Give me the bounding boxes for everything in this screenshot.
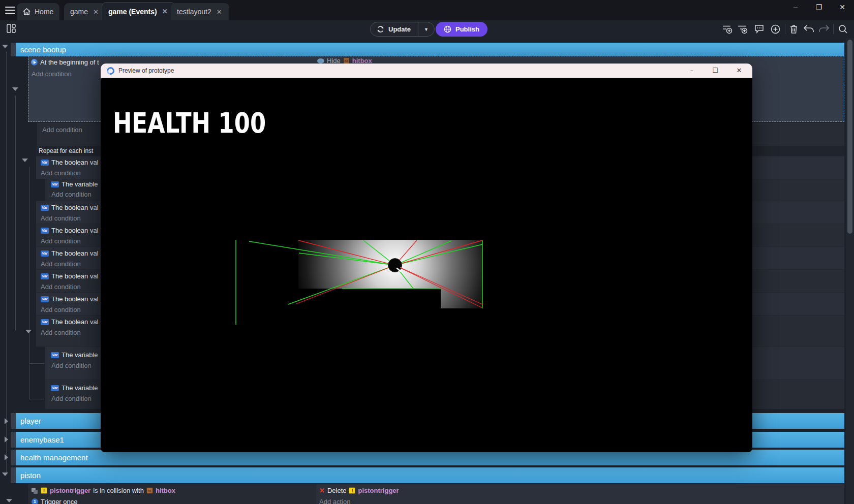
editor-toolbar: Update ▼ Publish <box>0 20 854 38</box>
collapse-arrow-icon[interactable] <box>22 159 28 162</box>
expand-arrow-icon[interactable] <box>5 418 8 424</box>
object-icon-hitbox: hit <box>146 487 153 494</box>
group-drag-handle[interactable] <box>11 467 16 483</box>
publish-label: Publish <box>455 25 479 33</box>
condition-text: The variable <box>62 180 98 188</box>
update-button[interactable]: Update ▼ <box>370 22 435 37</box>
tab-label: Home <box>35 8 53 16</box>
hamburger-menu-icon[interactable] <box>5 7 15 14</box>
game-scene-render <box>101 78 752 452</box>
collapse-arrow-icon[interactable] <box>2 45 8 48</box>
expand-arrow-icon[interactable] <box>5 454 8 460</box>
add-condition-link[interactable]: Add condition <box>41 306 81 313</box>
collapse-arrow-icon[interactable] <box>6 499 12 502</box>
preview-title-bar[interactable]: Preview of prototype – ☐ ✕ <box>101 64 752 78</box>
redo-icon[interactable] <box>818 24 829 34</box>
var-icon: Var <box>41 319 49 325</box>
scrollbar-thumb[interactable] <box>847 40 852 234</box>
add-circle-icon[interactable] <box>771 24 781 34</box>
add-subevent-icon[interactable] <box>738 24 748 34</box>
home-icon <box>23 8 30 15</box>
condition-text: The boolean val <box>51 295 99 303</box>
close-icon[interactable]: ✕ <box>92 8 100 16</box>
add-condition-link[interactable]: Add condition <box>51 362 92 369</box>
add-condition-link[interactable]: Add condition <box>41 260 81 268</box>
group-drag-handle[interactable] <box>11 43 16 56</box>
repeat-label: Repeat for each inst <box>39 147 93 154</box>
tab-label: testlayout2 <box>177 8 211 16</box>
group-drag-handle[interactable] <box>11 432 16 448</box>
action-verb: Delete <box>327 487 347 494</box>
tab-label: game (Events) <box>108 8 157 16</box>
preview-minimize-icon[interactable]: – <box>686 66 697 76</box>
add-condition-link[interactable]: Add condition <box>41 329 81 336</box>
add-condition-link[interactable]: Add condition <box>41 169 81 177</box>
add-condition-link[interactable]: Add condition <box>41 237 81 245</box>
condition-text: The boolean val <box>51 204 99 211</box>
condition-text: The boolean val <box>51 227 99 234</box>
sync-icon <box>377 25 384 33</box>
var-icon: Var <box>41 205 49 211</box>
preview-close-icon[interactable]: ✕ <box>734 66 745 76</box>
condition-text: The boolean val <box>51 272 99 280</box>
trash-icon[interactable] <box>789 24 800 34</box>
collision-icon <box>32 488 38 494</box>
window-close-icon[interactable]: ✕ <box>838 3 847 11</box>
close-icon[interactable]: ✕ <box>161 8 169 15</box>
condition-text: The boolean val <box>51 159 99 166</box>
add-condition-link[interactable]: Add condition <box>32 70 72 78</box>
collapse-arrow-icon[interactable] <box>2 472 8 476</box>
tree-guide-elbow <box>29 399 44 399</box>
condition-text: is in collision with <box>93 487 144 494</box>
action-object: pistontrigger <box>358 487 399 494</box>
expand-arrow-icon[interactable] <box>5 436 8 443</box>
add-condition-link[interactable]: Add condition <box>41 283 81 291</box>
tab-home[interactable]: Home <box>17 3 59 20</box>
preview-window[interactable]: Preview of prototype – ☐ ✕ HEALTH 100 <box>101 64 752 452</box>
var-icon: Var <box>41 160 49 166</box>
group-title: scene bootup <box>20 45 66 54</box>
group-drag-handle[interactable] <box>11 413 16 429</box>
tree-guide-line <box>6 52 7 474</box>
object-name: hitbox <box>156 487 175 494</box>
add-condition-link[interactable]: Add condition <box>42 126 82 134</box>
add-action-link[interactable]: Add action <box>319 498 350 504</box>
add-condition-link[interactable]: Add condition <box>41 214 81 222</box>
preview-title: Preview of prototype <box>118 67 174 74</box>
add-event-icon[interactable] <box>722 24 733 34</box>
update-dropdown-button[interactable]: ▼ <box>418 22 434 36</box>
var-icon: Var <box>51 352 59 358</box>
var-icon: Var <box>51 181 59 187</box>
collapse-arrow-icon[interactable] <box>25 330 32 333</box>
search-icon[interactable] <box>838 24 848 34</box>
group-header-piston[interactable]: piston <box>16 467 844 483</box>
preview-maximize-icon[interactable]: ☐ <box>710 66 721 76</box>
panels-layout-icon[interactable] <box>7 24 17 33</box>
globe-icon <box>444 25 451 33</box>
trigger-once-icon: 1 <box>32 498 38 504</box>
add-comment-icon[interactable] <box>754 24 765 34</box>
add-condition-link[interactable]: Add condition <box>51 191 92 198</box>
undo-icon[interactable] <box>803 24 813 34</box>
condition-text: The boolean val <box>51 318 99 326</box>
var-icon: Var <box>41 250 49 257</box>
game-viewport[interactable]: HEALTH 100 <box>101 78 752 452</box>
tab-game-events[interactable]: game (Events) ✕ <box>102 2 175 20</box>
eye-icon <box>317 58 324 64</box>
add-condition-link[interactable]: Add condition <box>51 395 92 402</box>
collapse-arrow-icon[interactable] <box>12 87 18 91</box>
event-actions-cell[interactable]: ✕ Delete ! pistontrigger Add action <box>316 484 844 504</box>
publish-button[interactable]: Publish <box>436 22 487 37</box>
window-minimize-icon[interactable]: – <box>791 3 800 11</box>
close-icon[interactable]: ✕ <box>216 8 223 16</box>
group-header-scene-bootup[interactable]: scene bootup <box>16 43 844 56</box>
gdevelop-app-window: Home game ✕ game (Events) ✕ testlayout2 … <box>0 0 854 504</box>
tab-game[interactable]: game ✕ <box>64 3 106 20</box>
group-drag-handle[interactable] <box>11 450 16 465</box>
condition-text: At the beginning of t <box>40 58 99 66</box>
window-restore-icon[interactable]: ❐ <box>814 3 824 11</box>
tab-testlayout2[interactable]: testlayout2 ✕ <box>171 3 229 20</box>
event-conditions-cell[interactable]: ! pistontrigger is in collision with hit… <box>28 484 316 504</box>
condition-text: The variable <box>62 384 98 392</box>
gdevelop-logo-icon <box>105 65 116 76</box>
